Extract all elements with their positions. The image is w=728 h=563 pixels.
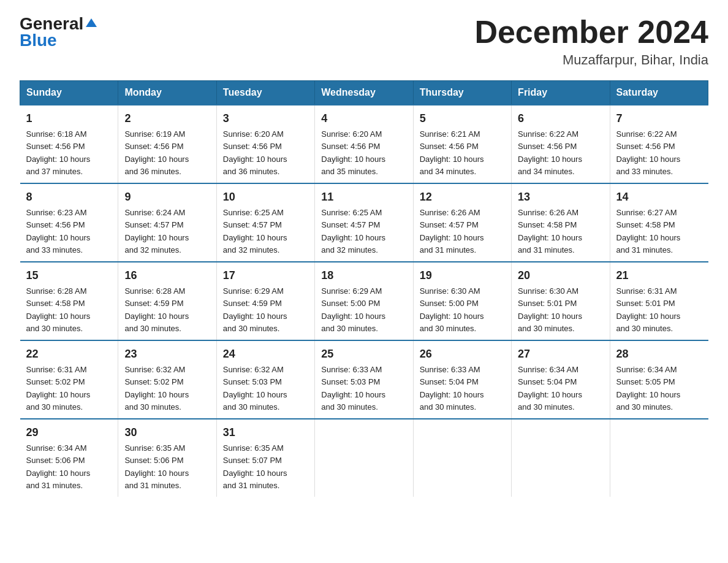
day-info: Sunrise: 6:33 AM Sunset: 5:04 PM Dayligh…: [420, 365, 484, 412]
week-row-3: 15Sunrise: 6:28 AM Sunset: 4:58 PM Dayli…: [20, 262, 708, 340]
calendar-cell: 29Sunrise: 6:34 AM Sunset: 5:06 PM Dayli…: [20, 419, 118, 497]
day-number: 27: [518, 346, 603, 362]
calendar-cell: 30Sunrise: 6:35 AM Sunset: 5:06 PM Dayli…: [118, 419, 216, 497]
calendar-cell: 3Sunrise: 6:20 AM Sunset: 4:56 PM Daylig…: [216, 105, 314, 183]
day-info: Sunrise: 6:23 AM Sunset: 4:56 PM Dayligh…: [26, 208, 91, 255]
day-info: Sunrise: 6:22 AM Sunset: 4:56 PM Dayligh…: [518, 129, 582, 176]
day-info: Sunrise: 6:18 AM Sunset: 4:56 PM Dayligh…: [26, 129, 91, 176]
day-info: Sunrise: 6:29 AM Sunset: 4:59 PM Dayligh…: [223, 286, 287, 333]
day-info: Sunrise: 6:26 AM Sunset: 4:57 PM Dayligh…: [420, 208, 484, 255]
calendar-cell: 10Sunrise: 6:25 AM Sunset: 4:57 PM Dayli…: [216, 183, 314, 262]
calendar-cell: 6Sunrise: 6:22 AM Sunset: 4:56 PM Daylig…: [512, 105, 610, 183]
calendar-cell: 22Sunrise: 6:31 AM Sunset: 5:02 PM Dayli…: [20, 340, 118, 419]
day-info: Sunrise: 6:28 AM Sunset: 4:59 PM Dayligh…: [124, 286, 189, 333]
day-info: Sunrise: 6:33 AM Sunset: 5:03 PM Dayligh…: [321, 365, 385, 412]
logo-triangle-icon: [85, 16, 98, 29]
day-number: 7: [616, 110, 702, 127]
calendar-cell: [413, 419, 511, 497]
day-number: 21: [616, 267, 702, 284]
day-info: Sunrise: 6:21 AM Sunset: 4:56 PM Dayligh…: [420, 129, 484, 176]
calendar-cell: 7Sunrise: 6:22 AM Sunset: 4:56 PM Daylig…: [610, 105, 708, 183]
column-header-monday: Monday: [118, 81, 216, 105]
week-row-4: 22Sunrise: 6:31 AM Sunset: 5:02 PM Dayli…: [20, 340, 708, 419]
day-info: Sunrise: 6:19 AM Sunset: 4:56 PM Dayligh…: [124, 129, 189, 176]
calendar-cell: 24Sunrise: 6:32 AM Sunset: 5:03 PM Dayli…: [216, 340, 314, 419]
column-header-saturday: Saturday: [610, 81, 708, 105]
day-info: Sunrise: 6:34 AM Sunset: 5:06 PM Dayligh…: [26, 443, 91, 490]
logo: General Blue: [20, 15, 98, 50]
day-info: Sunrise: 6:31 AM Sunset: 5:02 PM Dayligh…: [26, 365, 91, 412]
calendar-cell: 8Sunrise: 6:23 AM Sunset: 4:56 PM Daylig…: [20, 183, 118, 262]
day-number: 15: [26, 267, 112, 284]
calendar-cell: 19Sunrise: 6:30 AM Sunset: 5:00 PM Dayli…: [413, 262, 511, 340]
calendar-cell: 11Sunrise: 6:25 AM Sunset: 4:57 PM Dayli…: [315, 183, 413, 262]
day-number: 23: [124, 346, 210, 362]
calendar-cell: 12Sunrise: 6:26 AM Sunset: 4:57 PM Dayli…: [413, 183, 511, 262]
day-number: 16: [124, 267, 210, 284]
day-info: Sunrise: 6:34 AM Sunset: 5:05 PM Dayligh…: [616, 365, 681, 412]
day-info: Sunrise: 6:35 AM Sunset: 5:06 PM Dayligh…: [124, 443, 189, 490]
column-header-wednesday: Wednesday: [315, 81, 413, 105]
svg-marker-0: [86, 18, 97, 27]
day-number: 22: [26, 346, 112, 362]
day-number: 4: [321, 110, 406, 127]
calendar-cell: 27Sunrise: 6:34 AM Sunset: 5:04 PM Dayli…: [512, 340, 610, 419]
day-number: 19: [420, 267, 505, 284]
day-number: 29: [26, 424, 112, 441]
day-number: 10: [223, 189, 308, 205]
day-number: 31: [223, 424, 308, 441]
day-info: Sunrise: 6:34 AM Sunset: 5:04 PM Dayligh…: [518, 365, 582, 412]
day-number: 8: [26, 189, 112, 205]
calendar-cell: 16Sunrise: 6:28 AM Sunset: 4:59 PM Dayli…: [118, 262, 216, 340]
day-info: Sunrise: 6:30 AM Sunset: 5:00 PM Dayligh…: [420, 286, 484, 333]
day-number: 28: [616, 346, 702, 362]
week-row-5: 29Sunrise: 6:34 AM Sunset: 5:06 PM Dayli…: [20, 419, 708, 497]
day-number: 2: [124, 110, 210, 127]
day-number: 12: [420, 189, 505, 205]
calendar-cell: 17Sunrise: 6:29 AM Sunset: 4:59 PM Dayli…: [216, 262, 314, 340]
calendar-cell: 26Sunrise: 6:33 AM Sunset: 5:04 PM Dayli…: [413, 340, 511, 419]
day-number: 13: [518, 189, 603, 205]
column-header-sunday: Sunday: [20, 81, 118, 105]
calendar-cell: 18Sunrise: 6:29 AM Sunset: 5:00 PM Dayli…: [315, 262, 413, 340]
calendar-cell: 15Sunrise: 6:28 AM Sunset: 4:58 PM Dayli…: [20, 262, 118, 340]
day-number: 5: [420, 110, 505, 127]
calendar-cell: 4Sunrise: 6:20 AM Sunset: 4:56 PM Daylig…: [315, 105, 413, 183]
calendar-cell: 31Sunrise: 6:35 AM Sunset: 5:07 PM Dayli…: [216, 419, 314, 497]
calendar-cell: [512, 419, 610, 497]
day-number: 1: [26, 110, 112, 127]
day-number: 11: [321, 189, 406, 205]
calendar-cell: 1Sunrise: 6:18 AM Sunset: 4:56 PM Daylig…: [20, 105, 118, 183]
column-header-tuesday: Tuesday: [216, 81, 314, 105]
day-info: Sunrise: 6:29 AM Sunset: 5:00 PM Dayligh…: [321, 286, 385, 333]
week-row-2: 8Sunrise: 6:23 AM Sunset: 4:56 PM Daylig…: [20, 183, 708, 262]
day-info: Sunrise: 6:27 AM Sunset: 4:58 PM Dayligh…: [616, 208, 681, 255]
calendar-cell: 5Sunrise: 6:21 AM Sunset: 4:56 PM Daylig…: [413, 105, 511, 183]
day-info: Sunrise: 6:28 AM Sunset: 4:58 PM Dayligh…: [26, 286, 91, 333]
calendar-cell: 9Sunrise: 6:24 AM Sunset: 4:57 PM Daylig…: [118, 183, 216, 262]
calendar-cell: 13Sunrise: 6:26 AM Sunset: 4:58 PM Dayli…: [512, 183, 610, 262]
day-info: Sunrise: 6:32 AM Sunset: 5:03 PM Dayligh…: [223, 365, 287, 412]
logo-blue: Blue: [20, 31, 57, 50]
day-info: Sunrise: 6:25 AM Sunset: 4:57 PM Dayligh…: [321, 208, 385, 255]
calendar-cell: 28Sunrise: 6:34 AM Sunset: 5:05 PM Dayli…: [610, 340, 708, 419]
calendar-cell: 20Sunrise: 6:30 AM Sunset: 5:01 PM Dayli…: [512, 262, 610, 340]
day-number: 18: [321, 267, 406, 284]
calendar-table: SundayMondayTuesdayWednesdayThursdayFrid…: [20, 80, 708, 497]
page-header: General Blue December 2024 Muzaffarpur, …: [20, 15, 708, 68]
day-info: Sunrise: 6:35 AM Sunset: 5:07 PM Dayligh…: [223, 443, 287, 490]
calendar-cell: 25Sunrise: 6:33 AM Sunset: 5:03 PM Dayli…: [315, 340, 413, 419]
title-section: December 2024 Muzaffarpur, Bihar, India: [474, 15, 708, 68]
day-number: 9: [124, 189, 210, 205]
week-row-1: 1Sunrise: 6:18 AM Sunset: 4:56 PM Daylig…: [20, 105, 708, 183]
day-info: Sunrise: 6:25 AM Sunset: 4:57 PM Dayligh…: [223, 208, 287, 255]
day-info: Sunrise: 6:22 AM Sunset: 4:56 PM Dayligh…: [616, 129, 681, 176]
day-number: 30: [124, 424, 210, 441]
calendar-cell: 21Sunrise: 6:31 AM Sunset: 5:01 PM Dayli…: [610, 262, 708, 340]
day-number: 26: [420, 346, 505, 362]
column-header-thursday: Thursday: [413, 81, 511, 105]
day-info: Sunrise: 6:31 AM Sunset: 5:01 PM Dayligh…: [616, 286, 681, 333]
subtitle: Muzaffarpur, Bihar, India: [474, 52, 708, 68]
main-title: December 2024: [474, 15, 708, 50]
calendar-cell: [315, 419, 413, 497]
